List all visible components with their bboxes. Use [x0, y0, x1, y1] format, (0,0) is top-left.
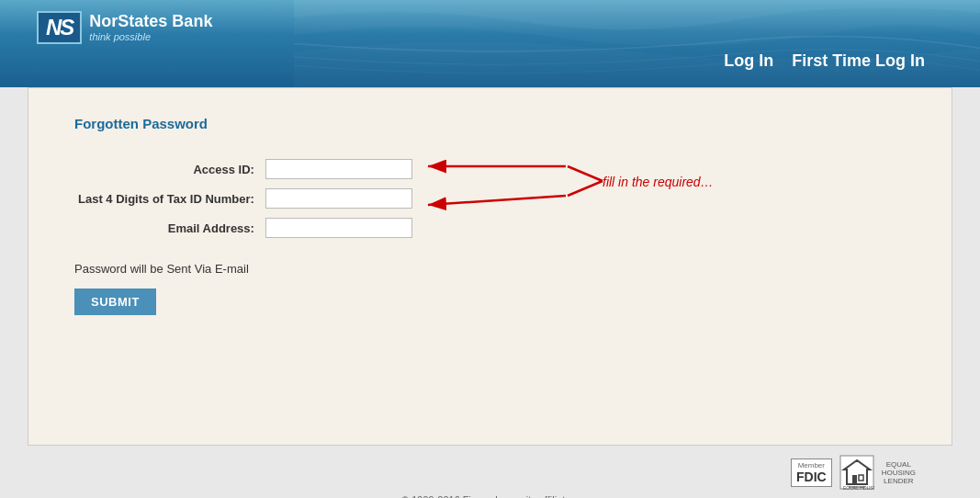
- email-row: Email Address:: [74, 213, 416, 243]
- svg-text:EQUAL HOUSING: EQUAL HOUSING: [843, 485, 874, 490]
- form-title: Forgotten Password: [74, 116, 906, 131]
- access-id-row: Access ID:: [74, 154, 416, 184]
- footer-copyright: © 1999-2016 Fiserv, Inc. or its affiliat…: [28, 494, 952, 498]
- form-table: Access ID: Last 4 Digits of Tax ID Numbe…: [74, 154, 416, 243]
- lender-label: EQUALHOUSINGLENDER: [882, 460, 916, 485]
- main-content: Forgotten Password Access ID: Last 4 Dig…: [28, 87, 952, 446]
- footer-logos: Member FDIC EQUAL HOUSING EQUALHOUSINGLE…: [28, 455, 952, 490]
- bank-name: NorStates Bank: [89, 13, 212, 31]
- tax-id-row: Last 4 Digits of Tax ID Number:: [74, 184, 416, 213]
- logo-area: NS NorStates Bank think possible: [37, 11, 212, 44]
- svg-line-3: [568, 166, 603, 181]
- logo-box: NS NorStates Bank think possible: [37, 11, 212, 44]
- svg-line-4: [568, 181, 603, 196]
- annotation-text: fill in the required…: [603, 175, 714, 189]
- svg-line-2: [428, 196, 566, 205]
- submit-button[interactable]: SUBMIT: [74, 289, 156, 315]
- email-input-cell: [262, 213, 416, 243]
- email-label: Email Address:: [74, 213, 262, 243]
- logo-ns-badge: NS: [37, 11, 82, 44]
- fdic-badge: Member FDIC: [791, 458, 832, 487]
- email-input[interactable]: [265, 218, 412, 238]
- tax-id-input[interactable]: [265, 188, 412, 209]
- page-area: Forgotten Password Access ID: Last 4 Dig…: [47, 107, 933, 343]
- access-id-label: Access ID:: [74, 154, 262, 184]
- equal-housing-icon: EQUAL HOUSING: [839, 455, 874, 490]
- password-note: Password will be Sent Via E-mail: [74, 262, 906, 276]
- access-id-input[interactable]: [265, 159, 412, 179]
- logo-text: NorStates Bank think possible: [89, 13, 212, 42]
- form-with-annotations: Access ID: Last 4 Digits of Tax ID Numbe…: [74, 154, 416, 243]
- first-time-login-link[interactable]: First Time Log In: [792, 51, 925, 71]
- header: NS NorStates Bank think possible Log In …: [0, 0, 980, 87]
- tax-id-label: Last 4 Digits of Tax ID Number:: [74, 184, 262, 213]
- login-link[interactable]: Log In: [724, 51, 773, 71]
- bank-tagline: think possible: [89, 31, 212, 42]
- access-id-input-cell: [262, 154, 416, 184]
- nav-links: Log In First Time Log In: [724, 51, 925, 71]
- tax-id-input-cell: [262, 184, 416, 213]
- footer: Member FDIC EQUAL HOUSING EQUALHOUSINGLE…: [0, 446, 980, 498]
- svg-rect-7: [852, 475, 857, 484]
- fdic-text: FDIC: [796, 470, 827, 484]
- fdic-member-text: Member: [798, 461, 825, 470]
